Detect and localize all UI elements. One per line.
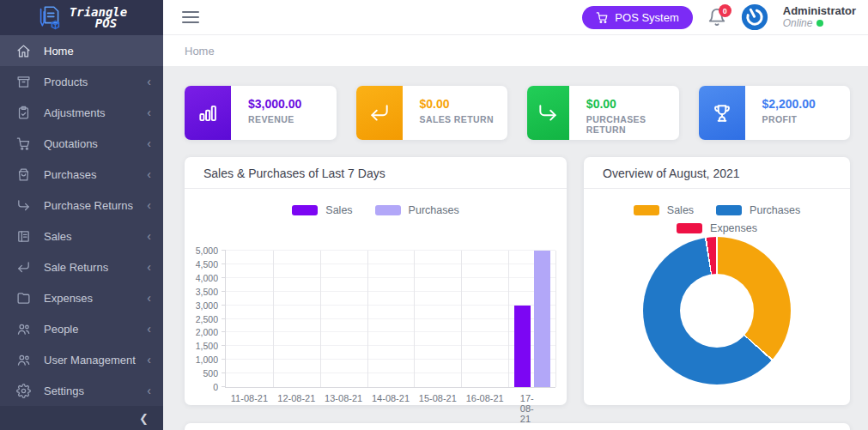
sidebar-item-label: Home [44, 45, 74, 58]
collapse-sidebar-icon: ❮ [139, 412, 149, 425]
sidebar-item-label: Purchases [44, 168, 96, 181]
chevron-left-icon: ‹ [147, 76, 151, 88]
sales-icon [16, 229, 31, 244]
app-title: Triangle POS [70, 7, 127, 29]
donut-chart-title: Overview of August, 2021 [584, 157, 850, 189]
stat-card-sales-return: $0.00SALES RETURN [356, 86, 508, 140]
user-avatar[interactable] [741, 3, 768, 31]
triangle-pos-logo-icon [36, 4, 64, 32]
legend-swatch [375, 205, 401, 215]
sidebar-item-label: Sales [44, 230, 72, 243]
bar-purchases-17-08-21 [534, 251, 550, 387]
sidebar-item-purchases[interactable]: Purchases‹ [0, 159, 163, 190]
donut-chart-legend: SalesPurchasesExpenses [614, 204, 820, 234]
sidebar-item-label: User Management [44, 354, 136, 366]
overview-chart-card: Overview of August, 2021 SalesPurchasesE… [584, 157, 850, 405]
people-icon [16, 322, 31, 336]
stat-card-revenue: $3,000.00REVENUE [185, 86, 337, 140]
chevron-left-icon: ‹ [147, 106, 151, 118]
user-info[interactable]: Administrator Online [783, 5, 856, 29]
stat-card-icon-box [527, 86, 569, 140]
sidebar-item-label: Sale Returns [44, 261, 108, 274]
sidebar-item-label: Settings [44, 385, 84, 397]
chevron-left-icon: ‹ [147, 230, 151, 242]
app-logo[interactable]: Triangle POS [0, 0, 163, 35]
legend-label: Purchases [409, 204, 459, 216]
donut-chart [643, 237, 791, 385]
bar-chart-legend: SalesPurchases [185, 204, 567, 216]
notification-badge: 0 [719, 4, 731, 17]
online-status-dot [816, 20, 823, 27]
sidebar-collapse-button[interactable]: ❮ [0, 406, 163, 430]
sidebar-item-home[interactable]: Home [0, 35, 163, 66]
sidebar-item-label: Products [44, 76, 88, 88]
user-name: Administrator [783, 5, 856, 17]
chevron-left-icon: ‹ [147, 292, 151, 304]
x-tick-label: 15-08-21 [419, 393, 457, 403]
chevron-left-icon: ‹ [147, 168, 151, 180]
chevron-left-icon: ‹ [147, 199, 151, 211]
legend-swatch [292, 205, 318, 215]
chevron-left-icon: ‹ [147, 137, 151, 149]
trophy-icon [711, 102, 733, 124]
stat-card-icon-box [699, 86, 745, 140]
sidebar-item-label: Purchase Returns [44, 199, 133, 212]
cart-icon [596, 11, 609, 24]
legend-swatch [677, 223, 702, 233]
y-tick-label: 3,000 [196, 300, 218, 311]
legend-item-sales[interactable]: Sales [292, 204, 352, 216]
stat-cards-row: $3,000.00REVENUE$0.00SALES RETURN$0.00PU… [185, 86, 850, 140]
legend-item-purchases[interactable]: Purchases [716, 204, 800, 216]
chevron-left-icon: ‹ [147, 323, 151, 335]
stat-card-purchases-return: $0.00PURCHASES RETURN [527, 86, 679, 140]
breadcrumb: Home [163, 35, 868, 66]
y-tick-label: 5,000 [196, 245, 218, 256]
legend-swatch [634, 205, 659, 215]
chevron-left-icon: ‹ [147, 354, 151, 366]
expenses-icon [16, 291, 31, 306]
sidebar-item-purchase-returns[interactable]: Purchase Returns‹ [0, 190, 163, 221]
legend-item-purchases[interactable]: Purchases [375, 204, 459, 216]
bar-chart-icon [197, 102, 219, 124]
x-tick-label: 13-08-21 [325, 393, 362, 403]
sidebar-item-sales[interactable]: Sales‹ [0, 221, 163, 251]
sidebar-item-products[interactable]: Products‹ [0, 66, 163, 97]
corner-down-right-icon [537, 102, 559, 124]
stat-card-icon-box [356, 86, 403, 140]
sidebar-item-settings[interactable]: Settings‹ [0, 375, 163, 406]
y-tick-label: 0 [213, 382, 218, 392]
sidebar-item-adjustments[interactable]: Adjustments‹ [0, 97, 163, 128]
bar-chart-title: Sales & Purchases of Last 7 Days [185, 157, 567, 189]
sidebar-item-quotations[interactable]: Quotations‹ [0, 128, 163, 159]
stat-label: PURCHASES RETURN [586, 114, 679, 135]
menu-toggle-icon[interactable] [182, 8, 199, 27]
x-tick-label: 16-08-21 [466, 393, 504, 403]
products-icon [16, 75, 31, 89]
breadcrumb-home-link[interactable]: Home [185, 45, 215, 58]
sidebar-item-label: Quotations [44, 137, 98, 150]
stat-amount: $3,000.00 [248, 97, 301, 111]
bar-chart-plot: 05001,0001,5002,0002,5003,0003,5004,0004… [225, 251, 555, 388]
pos-system-button[interactable]: POS System [582, 6, 692, 29]
sidebar-item-expenses[interactable]: Expenses‹ [0, 282, 163, 313]
stat-card-icon-box [185, 86, 231, 140]
legend-item-expenses[interactable]: Expenses [677, 222, 757, 234]
sidebar-item-label: People [44, 323, 78, 336]
legend-label: Sales [325, 204, 352, 216]
x-tick-label: 11-08-21 [231, 393, 268, 403]
legend-label: Expenses [710, 222, 757, 234]
sidebar-item-user-management[interactable]: User Management‹ [0, 344, 163, 375]
bar-sales-17-08-21 [514, 306, 531, 387]
bottom-card [185, 423, 850, 430]
stat-card-profit: $2,200.00PROFIT [699, 86, 851, 140]
chevron-left-icon: ‹ [147, 385, 151, 397]
sales-purchases-chart-card: Sales & Purchases of Last 7 Days SalesPu… [185, 157, 567, 405]
sidebar-item-people[interactable]: People‹ [0, 313, 163, 344]
sidebar-nav: HomeProducts‹Adjustments‹Quotations‹Purc… [0, 35, 163, 406]
user-management-icon [16, 353, 31, 367]
sidebar-item-sale-returns[interactable]: Sale Returns‹ [0, 251, 163, 282]
legend-item-sales[interactable]: Sales [634, 204, 694, 216]
sidebar: Triangle POS HomeProducts‹Adjustments‹Qu… [0, 0, 163, 430]
notifications-button[interactable]: 0 [707, 7, 726, 27]
y-tick-label: 2,500 [196, 314, 218, 324]
